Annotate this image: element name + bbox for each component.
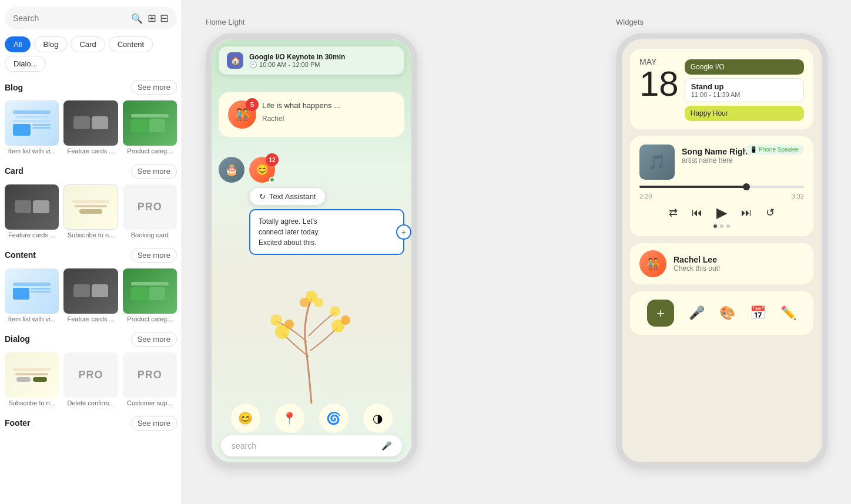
message-badge: 5 <box>246 98 259 111</box>
dialog-label-2: Delete confirm... <box>63 399 118 406</box>
view-icons: ⊞ ⊟ <box>148 12 169 25</box>
contact-info: Rachel Lee Check this out! <box>674 255 720 273</box>
standup-time: 11:00 - 11:30 AM <box>691 91 798 98</box>
dialog-thumb-1[interactable] <box>5 352 59 398</box>
music-info: 📱 Phone Speaker Song Name Right Here art… <box>682 145 804 164</box>
content-thumb-1[interactable] <box>5 268 59 314</box>
card-section-header: Card See more <box>5 164 177 179</box>
phone-mockup-home: 🏠 Google I/O Keynote in 30min 🕙 10:00 AM… <box>206 33 417 468</box>
contact-widget[interactable]: 🧑‍🤝‍🧑 Rachel Lee Check this out! <box>630 243 813 284</box>
blog-see-more[interactable]: See more <box>131 80 177 95</box>
list-item[interactable]: Item list with vi... <box>5 100 59 154</box>
content-thumb-2[interactable] <box>63 268 118 314</box>
list-icon[interactable]: ⊟ <box>160 12 169 25</box>
search-placeholder: search <box>232 441 256 451</box>
main-content: Home Light 🏠 Google I/O Keynote in 30min… <box>182 0 851 504</box>
mic-widget-icon[interactable]: 🎤 <box>689 305 705 321</box>
shuffle-button[interactable]: ⇄ <box>669 206 678 219</box>
card-thumb-1[interactable] <box>5 184 59 230</box>
calendar-widget-icon[interactable]: 📅 <box>750 305 766 321</box>
blog-label-2: Feature cards ... <box>63 147 118 154</box>
dialog-thumb-2[interactable]: PRO <box>63 352 118 398</box>
card-thumb-3[interactable]: PRO <box>123 184 177 230</box>
palette-widget-icon[interactable]: 🎨 <box>719 305 735 321</box>
filter-all[interactable]: All <box>5 36 31 52</box>
svg-point-8 <box>314 298 323 307</box>
list-item[interactable]: PRO Booking card <box>123 184 177 238</box>
chat-area: 🎂 😊 12 ↻ Text Assistant <box>219 157 404 255</box>
play-button[interactable]: ▶ <box>716 204 727 221</box>
nav-location[interactable]: 📍 <box>275 404 304 433</box>
filter-content[interactable]: Content <box>109 36 153 52</box>
text-assistant-button[interactable]: ↻ Text Assistant <box>249 187 326 206</box>
blog-thumb-1[interactable] <box>5 100 59 146</box>
list-item[interactable]: Product categ... <box>123 100 177 154</box>
cal-event-standup: Stand up 11:00 - 11:30 AM <box>685 78 804 102</box>
filter-dialog[interactable]: Dialo... <box>5 56 46 72</box>
reply-bubble[interactable]: Totally agree. Let's connect later today… <box>249 209 404 255</box>
reply-line-3: Excited about this. <box>259 237 395 248</box>
dot-1 <box>713 224 717 228</box>
notif-subtitle: 🕙 10:00 AM - 12:00 PM <box>249 61 395 69</box>
time-labels: 2:20 3:32 <box>639 193 804 200</box>
progress-fill <box>639 186 746 188</box>
blog-label-3: Product categ... <box>123 147 177 154</box>
edit-widget-icon[interactable]: ✏️ <box>780 305 796 321</box>
message-sender: Rachel <box>262 115 395 123</box>
dialog-see-more[interactable]: See more <box>131 332 177 347</box>
nav-contrast[interactable]: ◑ <box>363 404 393 433</box>
reply-plus-button[interactable]: + <box>396 224 411 240</box>
notif-title: Google I/O Keynote in 30min <box>249 53 395 61</box>
refresh-icon: ↻ <box>259 192 266 201</box>
music-widget[interactable]: 🎵 📱 Phone Speaker Song Name Right Here a… <box>630 136 813 236</box>
list-item[interactable]: Feature cards ... <box>63 268 118 322</box>
search-bar[interactable]: 🔍 ⊞ ⊟ <box>5 7 177 29</box>
filter-blog[interactable]: Blog <box>34 36 67 52</box>
content-label-2: Feature cards ... <box>63 315 118 322</box>
search-input[interactable] <box>13 14 128 23</box>
dialog-thumb-3[interactable]: PRO <box>123 352 177 398</box>
bottom-search-bar[interactable]: search 🎤 <box>221 435 402 456</box>
card-see-more[interactable]: See more <box>131 164 177 179</box>
blog-thumb-3[interactable] <box>123 100 177 146</box>
list-item[interactable]: Item list with vi... <box>5 268 59 322</box>
mic-icon[interactable]: 🎤 <box>381 441 391 451</box>
music-progress-bar[interactable] <box>639 186 804 188</box>
card-grid: Feature cards ... Subscribe to n... PRO … <box>5 184 177 238</box>
notification-bar[interactable]: 🏠 Google I/O Keynote in 30min 🕙 10:00 AM… <box>219 46 404 75</box>
nav-swirl[interactable]: 🌀 <box>319 404 349 433</box>
music-artist: artist name here <box>682 156 804 164</box>
content-thumb-3[interactable] <box>123 268 177 314</box>
nav-emoji[interactable]: 😊 <box>231 404 260 433</box>
filter-card[interactable]: Card <box>71 36 105 52</box>
bottom-nav: 😊 📍 🌀 ◑ <box>212 404 411 433</box>
card-label-1: Feature cards ... <box>5 231 59 238</box>
list-item[interactable]: Product categ... <box>123 268 177 322</box>
chat-avatar-1: 🎂 <box>219 157 244 183</box>
list-item[interactable]: Feature cards ... <box>63 100 118 154</box>
message-content: Life is what happens ... Rachel <box>262 100 395 123</box>
prev-button[interactable]: ⏮ <box>692 207 702 219</box>
content-see-more[interactable]: See more <box>131 248 177 263</box>
repeat-button[interactable]: ↺ <box>766 206 775 219</box>
list-item[interactable]: Subscribe to n... <box>63 184 118 238</box>
grid-icon[interactable]: ⊞ <box>148 12 156 25</box>
dialog-label-3: Customer sup... <box>123 399 177 406</box>
footer-see-more[interactable]: See more <box>131 416 177 431</box>
card-thumb-2[interactable] <box>63 184 118 230</box>
reply-line-1: Totally agree. Let's <box>259 216 395 227</box>
next-button[interactable]: ⏭ <box>741 207 752 219</box>
list-item[interactable]: Feature cards ... <box>5 184 59 238</box>
blog-thumb-2[interactable] <box>63 100 118 146</box>
bottom-widget-bar: ＋ 🎤 🎨 📅 ✏️ <box>630 291 813 335</box>
message-bubble[interactable]: 🧑‍🤝‍🧑 5 Life is what happens ... Rachel <box>219 92 404 137</box>
list-item[interactable]: Subscribe to n... <box>5 352 59 406</box>
card-title: Card <box>5 166 24 176</box>
progress-dot <box>743 183 750 190</box>
content-title: Content <box>5 250 36 260</box>
list-item[interactable]: PRO Delete confirm... <box>63 352 118 406</box>
widgets-section: Widgets MAY 18 Google I/O Stand up 11:00… <box>616 18 827 468</box>
list-item[interactable]: PRO Customer sup... <box>123 352 177 406</box>
add-widget-button[interactable]: ＋ <box>647 300 674 327</box>
calendar-widget[interactable]: MAY 18 Google I/O Stand up 11:00 - 11:30… <box>630 49 813 129</box>
